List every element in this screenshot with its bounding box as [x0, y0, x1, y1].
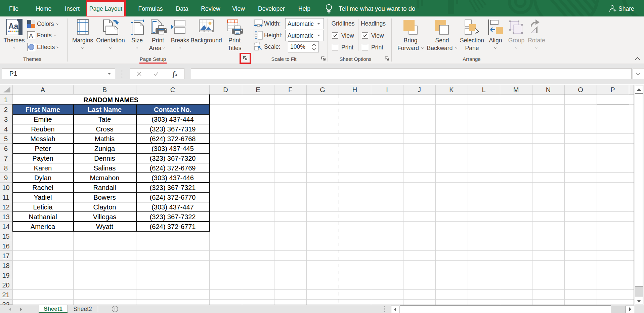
svg-text:Aa: Aa [8, 22, 18, 31]
svg-text:A: A [29, 33, 33, 39]
